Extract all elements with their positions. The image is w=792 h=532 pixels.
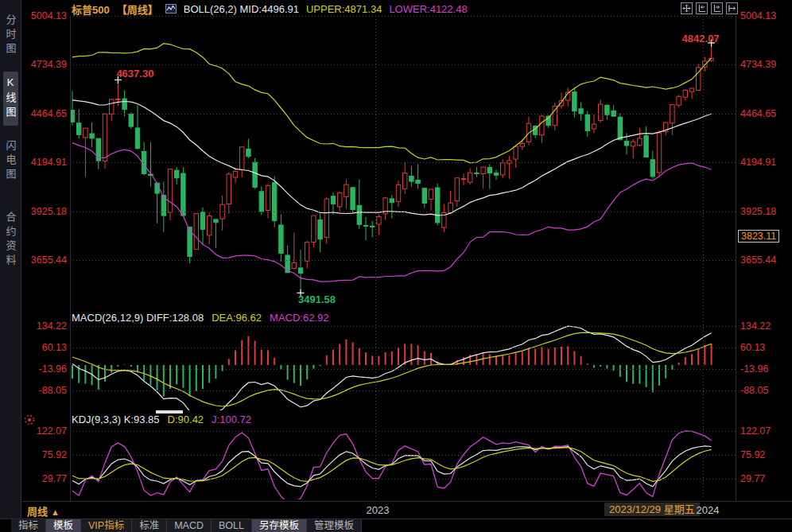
bottom-tabbar: 指标模板VIP指标标准MACDBOLL另存模板管理模板: [0, 518, 792, 532]
year-label-2024: 2024: [697, 504, 720, 516]
price-axis-label-right: 3655.44: [740, 254, 776, 266]
kdj-axis-label-left: 75.92: [22, 449, 67, 460]
macd-axis-label-left: 134.22: [22, 320, 67, 332]
kdj-main-label: KDJ(9,3,3) K:93.85: [72, 414, 160, 425]
macd-axis-label-right: -13.96: [740, 363, 768, 375]
time-axis: 周线▲ 2023/12/29 星期五 20232024: [22, 501, 792, 518]
kdj-header: KDJ(9,3,3) K:93.85 D:90.42 J:100.72: [72, 414, 251, 425]
tab-1[interactable]: 模板: [46, 519, 81, 532]
tab-strip: 指标模板VIP指标标准MACDBOLL另存模板管理模板: [11, 519, 362, 532]
macd-axis-label-right: 134.22: [740, 320, 771, 332]
macd-value-label: MACD:62.92: [270, 312, 328, 324]
period-label: 周线: [27, 506, 48, 518]
tab-4[interactable]: MACD: [167, 519, 212, 532]
macd-main-label: MACD(26,12,9) DIFF:128.08: [72, 312, 204, 324]
macd-axis-label-right: -88.05: [740, 385, 768, 396]
kdj-axis-label-right: 29.77: [740, 473, 765, 484]
tab-6[interactable]: 另存模板: [252, 519, 307, 532]
triangle-up-icon: ▲: [51, 507, 60, 517]
price-annotation: 4637.30: [116, 68, 153, 80]
price-axis-label-left: 5004.13: [22, 10, 67, 21]
period-selector[interactable]: 周线▲: [27, 503, 60, 518]
panel-resize-handle[interactable]: [156, 410, 183, 414]
year-label-2023: 2023: [367, 504, 390, 516]
kdj-d-label: D:90.42: [168, 414, 204, 425]
current-date-tag: 2023/12/29 星期五: [604, 503, 700, 516]
price-axis-label-left: 4734.39: [22, 59, 67, 70]
tab-3[interactable]: 标准: [132, 519, 167, 532]
tab-7[interactable]: 管理模板: [307, 519, 361, 532]
macd-axis-label-left: 60.13: [22, 342, 67, 353]
price-axis-label-left: 3655.44: [22, 254, 67, 266]
tab-0[interactable]: 指标: [11, 519, 46, 532]
macd-axis-label-left: -88.05: [22, 385, 67, 396]
price-axis-label-right: 5004.13: [740, 10, 776, 21]
last-price-tag: 3823.11: [738, 230, 779, 243]
kdj-axis-label-right: 75.92: [740, 449, 765, 460]
price-axis-label-right: 4194.91: [740, 157, 776, 168]
kline-chart-canvas[interactable]: [0, 0, 792, 532]
kdj-j-label: J:100.72: [212, 414, 251, 425]
indicator-settings-icon[interactable]: [23, 414, 36, 426]
price-annotation: 3491.58: [298, 293, 336, 305]
price-axis-label-right: 4464.65: [740, 108, 776, 119]
price-axis-label-right: 4734.39: [740, 59, 776, 70]
kdj-axis-label-left: 122.07: [22, 425, 67, 437]
macd-header: MACD(26,12,9) DIFF:128.08 DEA:96.62 MACD…: [72, 312, 328, 324]
macd-dea-label: DEA:96.62: [212, 312, 262, 324]
kdj-axis-label-right: 122.07: [740, 425, 771, 437]
macd-axis-label-right: 60.13: [740, 342, 765, 353]
macd-axis-label-left: -13.96: [22, 363, 67, 375]
tab-2[interactable]: VIP指标: [81, 519, 132, 532]
price-axis-label-left: 4464.65: [22, 108, 67, 119]
kdj-axis-label-left: 29.77: [22, 473, 67, 484]
tab-5[interactable]: BOLL: [212, 519, 252, 532]
price-axis-label-right: 3925.18: [740, 206, 776, 217]
price-annotation: 4842.07: [682, 33, 720, 45]
price-axis-label-left: 4194.91: [22, 157, 67, 168]
trading-app: 分时图K线图闪电图合约资料 标普500 【周线】 BOLL(26,2) MID:…: [0, 0, 792, 532]
price-axis-label-left: 3925.18: [22, 206, 67, 217]
